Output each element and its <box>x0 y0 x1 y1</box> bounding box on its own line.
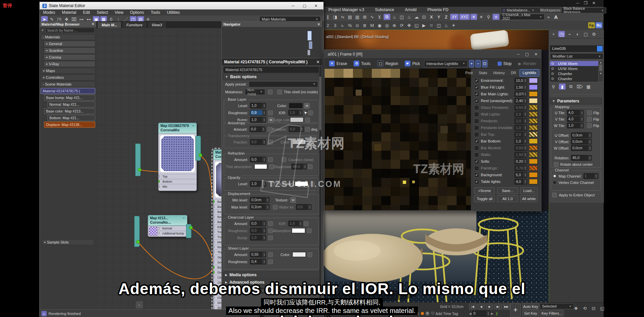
editor-menu-view[interactable]: View <box>111 10 127 15</box>
node-slot[interactable]: Additional bump <box>158 231 187 236</box>
auto-key-button[interactable]: Auto Key <box>522 303 539 310</box>
lightmix-checkbox[interactable] <box>474 105 479 110</box>
lightmix-color-swatch[interactable] <box>529 125 538 130</box>
modifier-stack-item[interactable]: ⊙UVW Xform <box>550 61 598 66</box>
browser-item[interactable]: + V-Ray <box>44 61 95 67</box>
value-spinner[interactable]: 0,9▲▼ <box>250 110 266 116</box>
editor-menu-material[interactable]: Material <box>59 10 80 15</box>
lightmix-value[interactable]: 0,070▲▼ <box>514 91 527 97</box>
zoom-reset-icon[interactable]: ⊡ <box>482 60 488 67</box>
teapot-icon[interactable]: ♨ <box>443 22 450 28</box>
lightmix-color-swatch[interactable] <box>529 165 538 171</box>
color-swatch[interactable] <box>292 228 305 233</box>
project-path-combo[interactable]: C:\Users\A...s Max 2022▼ <box>500 14 544 20</box>
lightmix-checkbox[interactable]: ✓ <box>474 172 479 178</box>
checkbox[interactable] <box>310 182 315 186</box>
checkbox[interactable] <box>268 140 273 145</box>
map-button[interactable]: M <box>290 197 296 203</box>
lightmix-checkbox[interactable] <box>474 166 479 171</box>
value-spinner[interactable]: 0,2cm▲▼ <box>250 204 270 210</box>
socket-connected-icon[interactable] <box>158 180 160 183</box>
value-spinner[interactable]: 1,0▲▼ <box>567 123 584 128</box>
value-spinner[interactable]: 0,0▲▼ <box>250 126 265 132</box>
playback-button[interactable]: ▶| <box>494 304 502 310</box>
value-spinner[interactable]: 1,5▲▼ <box>288 221 302 226</box>
playback-button[interactable]: ▶ <box>486 304 493 310</box>
value-spinner[interactable]: 0,55▲▼ <box>250 252 266 257</box>
browser-item[interactable]: Material #2147478175 ( <box>41 88 95 94</box>
vfb-minimize-icon[interactable]: ─ <box>517 52 520 57</box>
lightmix-value[interactable]: 4,0▲▼ <box>514 179 527 185</box>
maximize-icon[interactable]: ❐ <box>584 1 587 5</box>
dope-sheet-icon[interactable]: ⊻ <box>376 14 383 20</box>
node-coronamix[interactable]: Map #2138627979CoronaMix － TopBottomMix <box>158 123 197 191</box>
slate-editor-icon[interactable]: ⧉ <box>384 14 390 20</box>
socket-connected-icon[interactable] <box>213 200 215 203</box>
lightmix-color-swatch[interactable] <box>529 85 538 90</box>
preview-render-icon[interactable]: ♨ <box>136 302 143 308</box>
node-slot[interactable]: Bottom <box>158 179 196 184</box>
lightmix-checkbox[interactable] <box>474 146 479 151</box>
zoom-selected-icon[interactable]: ⊡ <box>291 311 298 317</box>
region-button[interactable]: ▢Region <box>374 60 401 67</box>
socket-icon[interactable] <box>213 291 215 294</box>
editor-menu-utilities[interactable]: Utilities <box>164 10 183 15</box>
mirror-icon[interactable]: ∥ <box>324 14 331 20</box>
value-spinner[interactable]: 0,4▲▼ <box>250 259 266 264</box>
panel-scrollbar[interactable] <box>319 66 321 308</box>
checkbox[interactable] <box>282 157 286 162</box>
light-off-icon[interactable]: ☀ <box>478 14 485 20</box>
percent-snap-icon[interactable]: % <box>347 22 353 28</box>
scene-button[interactable]: >Scene <box>474 187 495 194</box>
erase-button[interactable]: ✕Erase <box>326 60 350 67</box>
value-spinner[interactable]: 1,0▲▼ <box>250 181 266 187</box>
array-icon[interactable]: ≒ <box>339 14 346 20</box>
lightmix-value[interactable]: 2,0▲▼ <box>514 112 527 117</box>
socket-icon[interactable] <box>213 241 215 244</box>
browser-item[interactable]: Normal: Map #21... <box>47 101 95 107</box>
editor-maximize-icon[interactable]: ▢ <box>300 4 309 8</box>
color-swatch[interactable] <box>292 139 306 145</box>
checkbox[interactable] <box>268 228 273 233</box>
socket-icon[interactable] <box>213 220 215 223</box>
visibility-eye-icon[interactable]: ⊙ <box>551 77 554 81</box>
advanced-options-rollout[interactable]: ▶Advanced options <box>223 279 320 286</box>
scene-explorer-icon[interactable]: ▥ <box>354 14 361 20</box>
collapse-node-icon[interactable]: － <box>182 216 185 220</box>
minimize-icon[interactable]: ─ <box>576 1 579 5</box>
viewport-label[interactable]: a001 | [Standard] BB | [Default Shading] <box>326 35 389 39</box>
zoom-out-icon[interactable]: − <box>475 60 481 67</box>
stack-scrollbar[interactable]: ▲▼ <box>598 61 603 82</box>
graphite-icon[interactable]: ⊞ <box>361 14 368 20</box>
browser-item[interactable]: Bottom: Map #21... <box>47 115 95 121</box>
lightmix-checkbox[interactable]: ✓ <box>474 85 479 90</box>
frame-spinner[interactable]: 0▲▼ <box>472 311 490 316</box>
checkbox[interactable] <box>308 140 312 145</box>
playback-button[interactable]: |◀ <box>469 304 476 310</box>
isolate-icon[interactable]: ⚲ <box>485 14 492 20</box>
state-sets-icon[interactable]: ⊡ <box>421 14 427 20</box>
browser-item[interactable]: Base bump: Map #21... <box>44 95 95 101</box>
make-unique-icon[interactable]: ⧉ <box>568 84 574 90</box>
lightmix-color-swatch[interactable] <box>529 91 538 97</box>
checkbox[interactable] <box>268 259 273 264</box>
all-1-button[interactable]: All 1.0 <box>497 195 518 202</box>
socket-icon[interactable] <box>158 175 160 178</box>
zoom-level[interactable]: 92% <box>243 312 251 316</box>
checkbox[interactable] <box>554 162 559 167</box>
lightmix-color-swatch[interactable] <box>529 118 538 124</box>
scale-icon[interactable]: ◱ <box>413 22 420 28</box>
socket-icon[interactable] <box>213 306 215 309</box>
lightmix-checkbox[interactable]: ✓ <box>474 98 479 103</box>
lightmix-checkbox[interactable] <box>474 112 479 117</box>
value-spinner[interactable]: 1,0▲▼ <box>250 117 266 123</box>
socket-icon[interactable] <box>213 301 215 304</box>
lightmix-value[interactable]: 1,0▲▼ <box>514 138 527 144</box>
socket-icon[interactable] <box>213 281 215 284</box>
radio-button[interactable] <box>552 174 557 178</box>
light-on-icon[interactable]: ☀ <box>470 14 477 20</box>
checkbox[interactable] <box>308 164 313 169</box>
visibility-eye-icon[interactable]: ⊙ <box>551 72 554 75</box>
bulb-icon[interactable]: ☀ <box>450 22 457 28</box>
checkbox[interactable] <box>308 252 312 257</box>
